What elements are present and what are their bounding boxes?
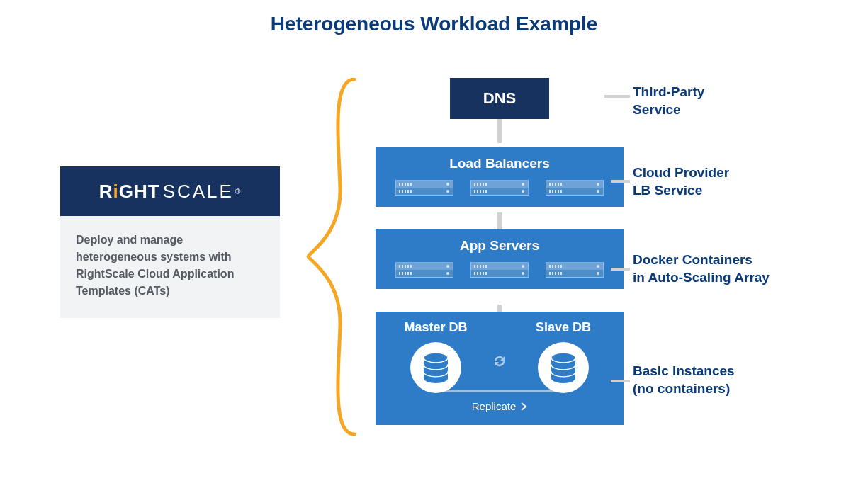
lb-servers xyxy=(377,180,622,196)
db-master-label: Master DB xyxy=(390,320,482,335)
server-icon xyxy=(395,262,453,278)
label-lb: Cloud ProviderLB Service xyxy=(633,164,729,199)
diagram-title: Heterogeneous Workload Example xyxy=(0,0,868,35)
server-icon xyxy=(470,262,529,278)
tier-app-title: App Servers xyxy=(377,231,622,254)
logo-i: i xyxy=(113,181,119,203)
label-dns-text: Third-PartyService xyxy=(633,84,704,117)
connector-line xyxy=(611,380,630,382)
db-slave: Slave DB xyxy=(517,320,609,393)
server-icon xyxy=(395,180,453,196)
replicate-label: Replicate xyxy=(377,400,622,412)
server-icon xyxy=(546,180,604,196)
replication-line xyxy=(439,390,560,392)
server-icon xyxy=(546,262,604,278)
replicate-text: Replicate xyxy=(472,400,517,412)
logo-registered: ® xyxy=(235,188,241,196)
tier-dns: DNS xyxy=(450,78,549,119)
app-servers xyxy=(377,262,622,278)
logo-ght: GHT xyxy=(119,181,160,203)
db-master: Master DB xyxy=(390,320,482,393)
database-icon xyxy=(538,342,589,393)
connector-line xyxy=(611,180,630,183)
tier-load-balancers: Load Balancers xyxy=(376,147,624,207)
rightscale-logo-bar: RiGHTSCALE® xyxy=(60,166,280,216)
label-db-text: Basic Instances(no containers) xyxy=(633,363,735,396)
label-app: Docker Containersin Auto-Scaling Array xyxy=(633,251,770,286)
tier-databases: Master DB Slave DB xyxy=(376,312,624,425)
tier-lb-title: Load Balancers xyxy=(377,149,622,171)
database-icon xyxy=(410,342,461,393)
tier-dns-title: DNS xyxy=(451,89,548,108)
rightscale-logo: RiGHTSCALE® xyxy=(99,181,242,203)
rightscale-description: Deploy and manage heterogeneous systems … xyxy=(60,216,280,318)
logo-scale: SCALE xyxy=(163,181,234,203)
architecture-stack: DNS Load Balancers App Servers Master DB xyxy=(376,78,624,425)
chevron-right-icon xyxy=(520,402,527,411)
brace-icon xyxy=(305,78,361,436)
logo-r: R xyxy=(99,181,113,203)
connector-line xyxy=(611,268,630,271)
label-dns: Third-PartyService xyxy=(633,84,704,118)
server-icon xyxy=(470,180,529,196)
label-db: Basic Instances(no containers) xyxy=(633,363,735,397)
label-lb-text: Cloud ProviderLB Service xyxy=(633,165,729,198)
db-slave-label: Slave DB xyxy=(517,320,609,335)
label-app-text: Docker Containersin Auto-Scaling Array xyxy=(633,252,770,285)
connector-line xyxy=(604,95,630,98)
connector-line xyxy=(497,115,502,143)
rightscale-card: RiGHTSCALE® Deploy and manage heterogene… xyxy=(60,166,280,318)
sync-icon xyxy=(491,353,508,370)
tier-app-servers: App Servers xyxy=(376,230,624,289)
